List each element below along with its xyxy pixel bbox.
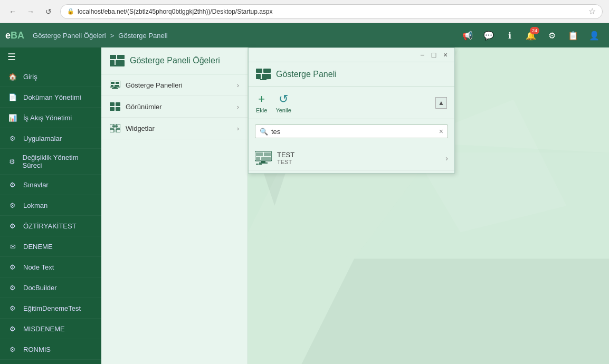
close-button[interactable]: × [441, 50, 450, 60]
modal-title: Gösterge Paneli [276, 70, 337, 79]
report-button[interactable]: 📋 [564, 26, 583, 45]
sidebar-item-label: MISDENEME [23, 325, 65, 333]
forward-button[interactable]: → [24, 5, 37, 18]
panel-menu-gostergepanelleri[interactable]: Gösterge Panelleri › [101, 74, 248, 96]
breadcrumb-part1[interactable]: Gösterge Paneli Öğeleri [33, 32, 106, 40]
reload-button[interactable]: ↺ [42, 5, 55, 18]
sidebar-item-lokman[interactable]: ⚙ Lokman [0, 195, 101, 216]
panel-menu-gorunumler[interactable]: Görünümler › [101, 96, 248, 118]
chat-button[interactable]: 💬 [479, 26, 498, 45]
sidebar-item-label: DocBuilder [23, 284, 57, 292]
refresh-button[interactable]: ↺ Yenile [275, 92, 291, 113]
browser-chrome: ← → ↺ 🔒 localhost/eba.net/(S(zbtlz45phor… [0, 0, 609, 23]
sidebar-item-degisiklik[interactable]: ⚙ Değişiklik Yönetim Süreci [0, 149, 101, 175]
sidebar-item-label: EğitimDenemeTest [23, 304, 81, 312]
result-subtitle: TEST [277, 159, 440, 165]
settings-icon: ⚙ [548, 31, 556, 41]
chat-icon: 💬 [483, 31, 494, 41]
svg-rect-1 [117, 55, 125, 59]
notifications-badge: 24 [530, 27, 539, 34]
sidebar-item-egitimdeneme[interactable]: ⚙ EğitimDenemeTest [0, 298, 101, 319]
sidebar-item-label: DENEME [23, 243, 53, 251]
svg-marker-29 [301, 259, 609, 364]
svg-rect-38 [256, 152, 263, 156]
svg-rect-41 [261, 157, 271, 160]
panel-menu-widgetlar[interactable]: Widgetlar › [101, 118, 248, 139]
bookmark-icon[interactable]: ☆ [588, 6, 596, 16]
add-button[interactable]: + Ekle [256, 92, 267, 113]
app-logo: eBA [5, 30, 24, 41]
oztiryaki-icon: ⚙ [7, 221, 18, 231]
sidebar-item-misdeneme[interactable]: ⚙ MISDENEME [0, 319, 101, 339]
sidebar-item-nodetext[interactable]: ⚙ Node Text [0, 257, 101, 277]
dashboard-items-icon [110, 55, 125, 66]
sidebar-item-label: Doküman Yönetimi [23, 93, 81, 101]
apps-icon: ⚙ [7, 133, 18, 143]
scroll-up-button[interactable]: ▲ [435, 97, 447, 109]
sidebar-item-ronmis[interactable]: ⚙ RONMIS [0, 339, 101, 360]
result-title: TEST [277, 151, 440, 159]
back-button[interactable]: ← [6, 5, 19, 18]
sidebar-item-uygulamalar[interactable]: ⚙ Uygulamalar [0, 128, 101, 149]
maximize-button[interactable]: □ [429, 50, 439, 60]
modal-header: Gösterge Paneli [249, 62, 454, 87]
sidebar-item-oztiryakitest[interactable]: ⚙ ÖZTİRYAKİTEST [0, 216, 101, 236]
sidebar-item-dokuman[interactable]: 📄 Doküman Yönetimi [0, 87, 101, 108]
search-bar[interactable]: 🔍 × [255, 124, 448, 138]
result-item[interactable]: TEST TEST › [249, 146, 454, 171]
app-bar-actions: 📢 💬 ℹ 🔔 24 ⚙ 📋 👤 [458, 26, 604, 45]
breadcrumb-part2: Gösterge Paneli [118, 32, 167, 40]
notifications-button[interactable]: 🔔 24 [521, 26, 540, 45]
mis-icon: ⚙ [7, 323, 18, 334]
svg-rect-21 [112, 126, 118, 127]
chevron-right-icon: › [237, 81, 239, 89]
document-icon: 📄 [7, 92, 18, 102]
svg-rect-16 [116, 107, 120, 111]
sidebar-item-giris[interactable]: 🏠 Giriş [0, 66, 101, 87]
change-icon: ⚙ [7, 156, 17, 167]
user-button[interactable]: 👤 [585, 26, 604, 45]
svg-rect-19 [110, 129, 114, 132]
lock-icon: 🔒 [67, 8, 74, 15]
add-label: Ekle [256, 107, 267, 113]
sidebar-menu-button[interactable]: ☰ [0, 47, 101, 66]
svg-rect-7 [111, 82, 115, 84]
monitor-icon [110, 81, 120, 89]
info-button[interactable]: ℹ [500, 26, 519, 45]
sidebar-item-sinavlar[interactable]: ⚙ Sınavlar [0, 175, 101, 195]
sidebar-item-label: Sınavlar [23, 181, 49, 189]
svg-rect-12 [112, 88, 118, 89]
svg-rect-42 [261, 161, 265, 162]
app-bar: eBA Gösterge Paneli Öğeleri > Gösterge P… [0, 23, 609, 47]
minimize-button[interactable]: − [417, 50, 427, 60]
sidebar-item-label: Node Text [23, 263, 54, 271]
result-item-icon [255, 151, 272, 165]
sidebar-item-label: Değişiklik Yönetim Süreci [23, 154, 94, 169]
search-results: TEST TEST › [249, 143, 454, 173]
sidebar-item-isAkis[interactable]: 📊 İş Akış Yönetimi [0, 108, 101, 128]
modal-toolbar: + Ekle ↺ Yenile ▲ [249, 87, 454, 119]
search-input[interactable] [271, 128, 436, 136]
exam-icon: ⚙ [7, 179, 18, 190]
user-icon: 👤 [589, 31, 600, 41]
svg-rect-31 [256, 69, 262, 73]
sidebar-item-deneme[interactable]: ✉ DENEME [0, 236, 101, 257]
modal-dashboard-icon [256, 69, 271, 80]
clear-search-button[interactable]: × [439, 127, 443, 136]
panel-area: Gösterge Paneli Öğeleri Gösterge Panelle… [101, 47, 609, 364]
svg-rect-34 [262, 74, 271, 79]
svg-rect-32 [263, 69, 271, 73]
speaker-button[interactable]: 📢 [458, 26, 477, 45]
hamburger-icon: ☰ [7, 51, 16, 63]
svg-rect-13 [110, 102, 115, 106]
sidebar-item-docbuilder[interactable]: ⚙ DocBuilder [0, 277, 101, 298]
svg-rect-15 [110, 107, 115, 111]
svg-rect-14 [116, 102, 120, 106]
svg-rect-5 [113, 65, 121, 66]
left-panel: Gösterge Paneli Öğeleri Gösterge Panelle… [101, 47, 248, 364]
settings-button[interactable]: ⚙ [543, 26, 562, 45]
url-bar[interactable]: 🔒 localhost/eba.net/(S(zbtlz45phorq0btlg… [60, 4, 603, 19]
svg-rect-40 [256, 157, 260, 160]
menu-item-label: Gösterge Panelleri [126, 81, 183, 89]
home-icon: 🏠 [7, 71, 18, 82]
